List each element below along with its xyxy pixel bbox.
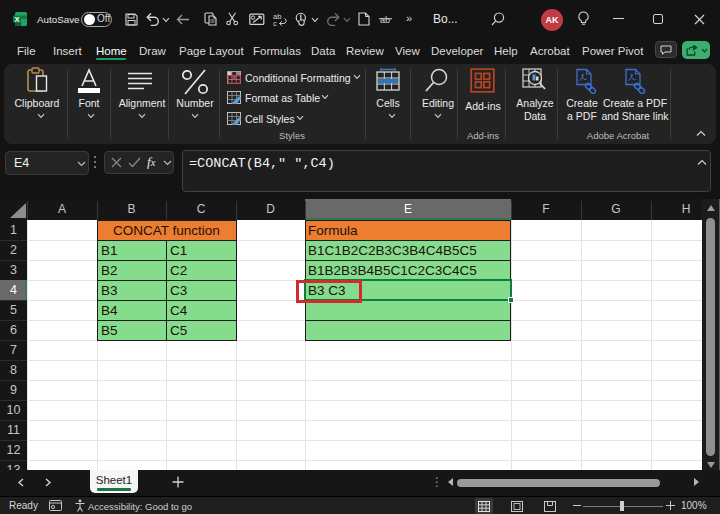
svg-text:X: X xyxy=(14,15,19,24)
svg-text:c: c xyxy=(273,19,277,27)
